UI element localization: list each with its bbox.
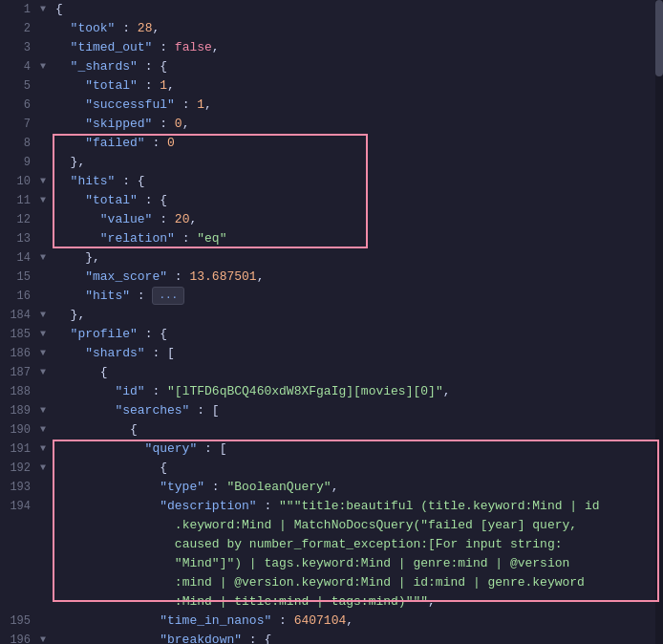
fold-icon[interactable]: ▼ [40, 401, 53, 420]
line-number: 11 [0, 191, 40, 210]
code-line: 9 }, [0, 153, 663, 172]
line-number: 195 [0, 612, 40, 631]
code-editor: 1 ▼ { 2 "took" : 28, 3 "timed_out" : fal… [0, 0, 663, 644]
line-number: 16 [0, 287, 40, 306]
line-number: 187 [0, 363, 40, 382]
code-line: 184 ▼ }, [0, 306, 663, 325]
array-collapsed-badge[interactable]: ... [152, 287, 184, 305]
line-content: { [53, 363, 663, 382]
line-number: 193 [0, 478, 40, 497]
line-number: 9 [0, 153, 40, 172]
line-content: "took" : 28, [53, 19, 663, 38]
fold-icon[interactable]: ▼ [40, 631, 53, 644]
code-line: 188 "id" : "[lTFD6qBCQ460xdW8XFgaIg][mov… [0, 382, 663, 401]
line-number: 6 [0, 96, 40, 115]
fold-icon[interactable]: ▼ [40, 344, 53, 363]
line-number: 15 [0, 268, 40, 287]
line-content: "hits" : ... [53, 287, 663, 306]
fold-icon[interactable]: ▼ [40, 172, 53, 191]
line-content: }, [53, 306, 663, 325]
line-number: 3 [0, 38, 40, 57]
fold-icon[interactable]: ▼ [40, 57, 53, 76]
fold-icon[interactable]: ▼ [40, 248, 53, 268]
line-content: "profile" : { [53, 325, 663, 344]
code-line: 11 ▼ "total" : { [0, 191, 663, 210]
code-line: 15 "max_score" : 13.687501, [0, 268, 663, 287]
fold-icon[interactable]: ▼ [40, 306, 53, 325]
line-content: "type" : "BooleanQuery", [53, 478, 663, 497]
code-line: 2 "took" : 28, [0, 19, 663, 38]
code-line: 196 ▼ "breakdown" : { [0, 631, 663, 644]
line-content: "_shards" : { [53, 57, 663, 76]
code-line: 186 ▼ "shards" : [ [0, 344, 663, 363]
code-line: 187 ▼ { [0, 363, 663, 382]
code-line: 4 ▼ "_shards" : { [0, 57, 663, 76]
line-number: 13 [0, 229, 40, 248]
code-line: 6 "successful" : 1, [0, 96, 663, 115]
line-number: 12 [0, 210, 40, 229]
line-number: 189 [0, 401, 40, 420]
line-content: "failed" : 0 [53, 134, 663, 153]
line-content: "query" : [ [53, 440, 663, 459]
line-number: 1 [0, 0, 40, 19]
line-content: "searches" : [ [53, 401, 663, 420]
line-number: 192 [0, 459, 40, 478]
line-number: 8 [0, 134, 40, 153]
line-content: { [53, 459, 663, 478]
line-number: 194 [0, 497, 40, 516]
scrollbar-thumb[interactable] [655, 0, 663, 76]
fold-icon[interactable]: ▼ [40, 325, 53, 344]
line-content: "value" : 20, [53, 210, 663, 229]
code-line: 185 ▼ "profile" : { [0, 325, 663, 344]
fold-icon[interactable]: ▼ [40, 420, 53, 440]
code-line: 14 ▼ }, [0, 248, 663, 268]
code-line: 191 ▼ "query" : [ [0, 440, 663, 459]
line-content: "time_in_nanos" : 6407104, [53, 612, 663, 631]
scrollbar[interactable] [655, 0, 663, 644]
fold-icon[interactable]: ▼ [40, 191, 53, 210]
fold-icon[interactable]: ▼ [40, 440, 53, 459]
line-content: "max_score" : 13.687501, [53, 268, 663, 287]
line-number: 10 [0, 172, 40, 191]
line-number: 196 [0, 631, 40, 644]
line-content: "relation" : "eq" [53, 229, 663, 248]
line-content: { [53, 420, 663, 440]
code-line: 7 "skipped" : 0, [0, 115, 663, 134]
code-line: 5 "total" : 1, [0, 76, 663, 96]
fold-icon[interactable]: ▼ [40, 363, 53, 382]
fold-icon[interactable]: ▼ [40, 0, 53, 19]
code-line: 189 ▼ "searches" : [ [0, 401, 663, 420]
line-content: "total" : { [53, 191, 663, 210]
line-number: 5 [0, 76, 40, 96]
line-content: "successful" : 1, [53, 96, 663, 115]
code-line: 193 "type" : "BooleanQuery", [0, 478, 663, 497]
code-line: 3 "timed_out" : false, [0, 38, 663, 57]
line-number: 188 [0, 382, 40, 401]
code-line: 12 "value" : 20, [0, 210, 663, 229]
code-line: 190 ▼ { [0, 420, 663, 440]
line-content: "id" : "[lTFD6qBCQ460xdW8XFgaIg][movies]… [53, 382, 663, 401]
line-content: "hits" : { [53, 172, 663, 191]
code-line: 8 "failed" : 0 [0, 134, 663, 153]
line-number: 7 [0, 115, 40, 134]
line-number: 2 [0, 19, 40, 38]
line-number: 184 [0, 306, 40, 325]
fold-icon[interactable]: ▼ [40, 459, 53, 478]
line-content: "timed_out" : false, [53, 38, 663, 57]
line-content: }, [53, 248, 663, 268]
line-content: "shards" : [ [53, 344, 663, 363]
code-line: 192 ▼ { [0, 459, 663, 478]
line-content: "description" : """title:beautiful (titl… [53, 497, 663, 612]
line-number: 190 [0, 420, 40, 440]
code-line: 10 ▼ "hits" : { [0, 172, 663, 191]
code-line: 13 "relation" : "eq" [0, 229, 663, 248]
line-content: { [53, 0, 663, 19]
line-content: }, [53, 153, 663, 172]
line-number: 14 [0, 248, 40, 268]
line-number: 186 [0, 344, 40, 363]
line-content: "total" : 1, [53, 76, 663, 96]
code-line: 195 "time_in_nanos" : 6407104, [0, 612, 663, 631]
line-content: "breakdown" : { [53, 631, 663, 644]
code-line: 1 ▼ { [0, 0, 663, 19]
line-number: 185 [0, 325, 40, 344]
